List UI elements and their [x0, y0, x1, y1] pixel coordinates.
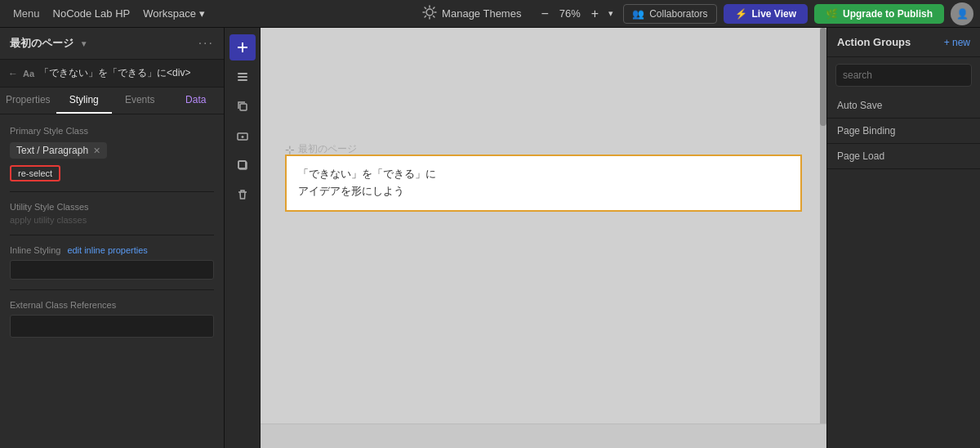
zoom-increase-button[interactable]: +: [588, 7, 602, 20]
style-class-row: Text / Paragraph ✕: [10, 142, 214, 159]
style-tag-remove-icon[interactable]: ✕: [93, 146, 100, 156]
collaborators-button[interactable]: 👥 Collaborators: [623, 4, 716, 24]
collaborators-icon: 👥: [632, 8, 644, 20]
primary-style-class-label: Primary Style Class: [10, 126, 214, 136]
canvas-toolbar: [225, 28, 261, 448]
external-class-input[interactable]: [10, 315, 214, 338]
canvas-bottom-bar: [261, 423, 826, 448]
action-groups-search[interactable]: [835, 64, 972, 87]
page-header: 最初のページ ▼ ···: [0, 28, 224, 60]
divider-3: [10, 289, 214, 290]
right-panel: Action Groups + new Auto Save Page Bindi…: [826, 28, 980, 448]
svg-line-5: [425, 7, 425, 8]
action-item-page-binding[interactable]: Page Binding: [827, 119, 980, 144]
action-item-auto-save[interactable]: Auto Save: [827, 93, 980, 119]
layout: 最初のページ ▼ ··· ← Aa 「できない」を「できる」に<div> Pro…: [0, 28, 980, 448]
svg-line-8: [434, 7, 434, 8]
utility-placeholder: apply utility classes: [10, 215, 214, 225]
inline-edit-link[interactable]: edit inline properties: [67, 245, 147, 255]
right-panel-header: Action Groups + new: [827, 28, 980, 57]
zoom-level: 76%: [555, 7, 585, 20]
zoom-dropdown-button[interactable]: ▾: [605, 9, 617, 18]
action-item-page-load[interactable]: Page Load: [827, 144, 980, 169]
svg-line-7: [425, 16, 425, 17]
publish-label: Upgrade to Publish: [843, 8, 933, 20]
left-panel: 最初のページ ▼ ··· ← Aa 「できない」を「できる」に<div> Pro…: [0, 28, 225, 448]
tab-styling[interactable]: Styling: [56, 87, 113, 114]
content-text: 「できない」を「できる」に アイデアを形にしよう: [298, 166, 789, 200]
svg-line-6: [434, 16, 434, 17]
canvas-scrollbar[interactable]: [820, 28, 826, 448]
new-action-group-button[interactable]: + new: [944, 37, 970, 48]
canvas-inner: ⊹ 最初のページ 「できない」を「できる」に アイデアを形にしよう: [261, 28, 826, 423]
tab-data[interactable]: Data: [168, 87, 225, 114]
canvas-scrollbar-thumb: [820, 28, 826, 126]
zoom-controls: − 76% + ▾: [537, 7, 617, 20]
divider-2: [10, 235, 214, 235]
breadcrumb-back-icon[interactable]: ←: [8, 68, 18, 79]
tab-events[interactable]: Events: [112, 87, 168, 114]
avatar[interactable]: 👤: [951, 2, 973, 25]
svg-rect-13: [238, 79, 247, 81]
svg-rect-19: [238, 161, 246, 168]
collaborators-label: Collaborators: [649, 8, 707, 20]
svg-point-0: [426, 9, 433, 16]
delete-button[interactable]: [229, 181, 256, 208]
add-element-button[interactable]: [229, 34, 256, 60]
workspace-label: Workspace: [143, 7, 196, 20]
breadcrumb-aa-icon[interactable]: Aa: [23, 69, 34, 78]
action-groups-title: Action Groups: [837, 36, 911, 48]
site-name: NoCode Lab HP: [53, 7, 131, 20]
menu-button[interactable]: Menu: [7, 4, 47, 23]
inline-input[interactable]: [10, 260, 214, 280]
page-title-arrow: ▼: [80, 39, 88, 48]
svg-rect-14: [240, 104, 247, 110]
inline-styling-row: Inline Styling edit inline properties: [10, 245, 214, 255]
lightning-icon: ⚡: [735, 8, 747, 20]
action-groups-list: Auto Save Page Binding Page Load: [827, 93, 980, 169]
page-more-button[interactable]: ···: [198, 36, 214, 51]
page-content-box[interactable]: 「できない」を「できる」に アイデアを形にしよう: [285, 155, 802, 212]
svg-rect-10: [238, 47, 247, 48]
copy-button[interactable]: [229, 93, 256, 119]
canvas: ⊹ 最初のページ 「できない」を「できる」に アイデアを形にしよう: [261, 28, 826, 448]
layers-button[interactable]: [229, 64, 256, 90]
paste-button[interactable]: [229, 152, 256, 178]
svg-rect-11: [238, 73, 247, 74]
publish-button[interactable]: 🌿 Upgrade to Publish: [814, 4, 944, 24]
publish-icon: 🌿: [826, 8, 838, 20]
style-tag: Text / Paragraph ✕: [10, 142, 107, 159]
breadcrumb-element-label: 「できない」を「できる」に<div>: [39, 66, 190, 80]
svg-rect-12: [238, 76, 247, 78]
tab-properties[interactable]: Properties: [0, 87, 56, 114]
page-title: 最初のページ ▼: [10, 36, 88, 51]
style-tag-label: Text / Paragraph: [16, 145, 88, 156]
inline-styling-label: Inline Styling: [10, 245, 60, 255]
divider-1: [10, 191, 214, 192]
manage-themes-button[interactable]: Manage Themes: [412, 2, 531, 25]
element-breadcrumb: ← Aa 「できない」を「できる」に<div>: [0, 60, 224, 87]
topbar: Menu NoCode Lab HP Workspace ▾ Manage Th…: [0, 0, 980, 28]
live-view-label: Live View: [752, 8, 796, 20]
re-select-button[interactable]: re-select: [10, 165, 60, 181]
content-line-2: アイデアを形にしよう: [298, 183, 789, 200]
content-line-1: 「できない」を「できる」に: [298, 166, 789, 183]
tabs: Properties Styling Events Data: [0, 87, 224, 114]
external-class-label: External Class References: [10, 300, 214, 310]
add-child-button[interactable]: [229, 123, 256, 149]
sun-icon: [422, 5, 437, 22]
zoom-decrease-button[interactable]: −: [537, 7, 551, 20]
manage-themes-label: Manage Themes: [442, 7, 521, 20]
panel-content: Primary Style Class Text / Paragraph ✕ r…: [0, 114, 224, 448]
live-view-button[interactable]: ⚡ Live View: [724, 4, 808, 24]
workspace-button[interactable]: Workspace ▾: [136, 4, 212, 23]
chevron-down-icon: ▾: [199, 7, 205, 20]
utility-style-label: Utility Style Classes: [10, 202, 214, 212]
